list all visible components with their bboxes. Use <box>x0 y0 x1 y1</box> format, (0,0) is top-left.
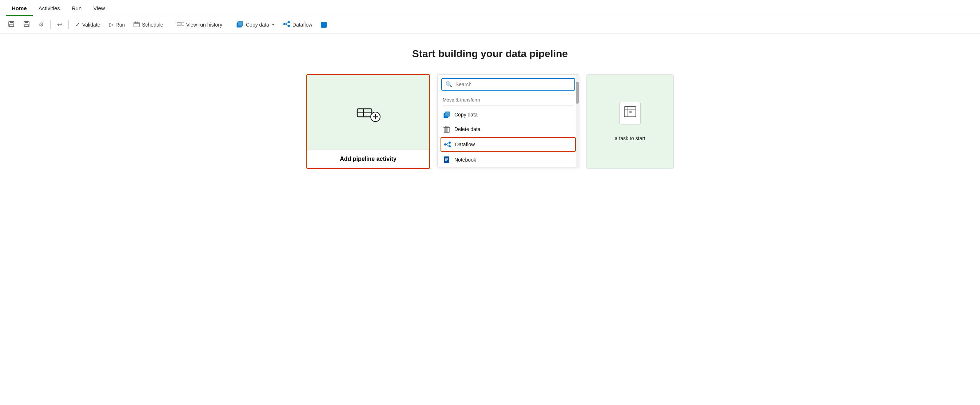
svg-text:+: + <box>28 25 29 27</box>
add-pipeline-card[interactable]: Add pipeline activity <box>306 74 430 169</box>
main-content: Start building your data pipeline Add pi… <box>0 33 980 405</box>
divider-1 <box>50 21 51 29</box>
tab-run[interactable]: Run <box>66 2 88 16</box>
svg-point-20 <box>288 25 290 27</box>
pipeline-add-icon <box>355 102 381 122</box>
page-title: Start building your data pipeline <box>412 48 568 60</box>
tab-home[interactable]: Home <box>6 2 33 16</box>
save-as-icon: + <box>23 21 30 29</box>
settings-button[interactable]: ⚙ <box>35 19 47 30</box>
dataflow-label: Dataflow <box>293 22 312 28</box>
schedule-button[interactable]: Schedule <box>130 19 167 30</box>
copy-data-chevron: ▾ <box>272 22 274 27</box>
nav-tabs: Home Activities Run View <box>0 0 980 16</box>
copy-data-button[interactable]: Copy data ▾ <box>232 19 278 31</box>
svg-line-15 <box>184 25 184 26</box>
copy-data-activity-icon <box>443 111 451 119</box>
undo-button[interactable]: ↩ <box>54 19 65 30</box>
save-button[interactable] <box>4 19 18 30</box>
dataflow-button[interactable]: Dataflow <box>279 19 316 30</box>
svg-point-14 <box>181 22 184 25</box>
copy-data-label: Copy data <box>246 22 269 28</box>
svg-line-21 <box>286 22 288 24</box>
activity-item-dataflow[interactable]: Dataflow <box>441 137 576 152</box>
delete-data-icon <box>443 125 451 133</box>
right-side-card[interactable]: a task to start <box>586 74 674 169</box>
view-run-history-button[interactable]: View run history <box>173 19 226 30</box>
divider-4 <box>229 21 229 29</box>
svg-point-18 <box>283 23 286 25</box>
more-icon <box>321 22 327 28</box>
svg-point-37 <box>444 144 446 145</box>
validate-label: Validate <box>82 22 100 28</box>
search-input[interactable] <box>455 81 571 87</box>
tab-activities[interactable]: Activities <box>33 2 66 16</box>
save-as-button[interactable]: + <box>20 19 33 30</box>
schedule-icon <box>134 21 140 29</box>
svg-rect-49 <box>629 111 632 113</box>
activity-item-copy-data[interactable]: Copy data <box>438 107 579 122</box>
validate-icon: ✓ <box>75 21 80 28</box>
schedule-label: Schedule <box>142 22 163 28</box>
right-card-text: a task to start <box>609 136 651 141</box>
svg-rect-1 <box>10 21 13 23</box>
activity-item-delete-data[interactable]: Delete data <box>438 122 579 136</box>
scroll-track[interactable] <box>576 75 579 167</box>
notebook-label: Notebook <box>454 157 476 163</box>
view-run-history-label: View run history <box>186 22 222 28</box>
search-box: 🔍 <box>441 78 575 91</box>
copy-data-icon <box>236 21 244 29</box>
run-label: Run <box>116 22 125 28</box>
dataflow-activity-icon <box>444 140 452 148</box>
scroll-thumb <box>576 82 579 104</box>
right-card-icon <box>619 102 641 124</box>
notebook-icon <box>443 156 451 164</box>
divider-3 <box>170 21 170 29</box>
svg-rect-30 <box>445 112 450 116</box>
toolbar: + ⚙ ↩ ✓ Validate ▷ Run Schedule <box>0 16 980 33</box>
section-label: Move & transform <box>438 94 579 104</box>
svg-rect-36 <box>445 126 448 128</box>
run-button[interactable]: ▷ Run <box>105 19 129 30</box>
pipeline-card-top <box>307 75 429 150</box>
svg-rect-2 <box>10 24 13 26</box>
more-toolbar-button[interactable] <box>317 20 330 29</box>
tab-view[interactable]: View <box>87 2 111 16</box>
search-icon: 🔍 <box>445 81 453 88</box>
svg-point-19 <box>288 21 290 23</box>
undo-icon: ↩ <box>57 21 62 28</box>
svg-line-22 <box>286 24 288 26</box>
pipeline-card-label: Add pipeline activity <box>307 150 429 168</box>
svg-rect-7 <box>134 22 139 27</box>
activities-panel: 🔍 Move & transform Copy data <box>437 74 579 167</box>
svg-point-38 <box>449 142 451 144</box>
svg-rect-17 <box>238 21 243 26</box>
dataflow-icon <box>283 21 290 29</box>
cards-row: Add pipeline activity 🔍 Move & transform… <box>306 74 674 169</box>
svg-rect-4 <box>25 21 28 23</box>
view-run-history-icon <box>177 21 184 29</box>
svg-line-41 <box>446 145 449 146</box>
run-icon: ▷ <box>109 21 113 28</box>
gear-icon: ⚙ <box>38 21 44 28</box>
svg-rect-42 <box>444 156 449 163</box>
section-divider <box>443 105 574 106</box>
dataflow-activity-label: Dataflow <box>455 142 475 147</box>
divider-2 <box>68 21 69 29</box>
save-icon <box>8 21 14 29</box>
svg-point-39 <box>449 145 451 147</box>
validate-button[interactable]: ✓ Validate <box>72 19 104 30</box>
activity-item-notebook[interactable]: Notebook <box>438 153 579 167</box>
delete-data-label: Delete data <box>454 126 480 132</box>
svg-line-40 <box>446 143 449 145</box>
copy-data-activity-label: Copy data <box>454 112 477 118</box>
